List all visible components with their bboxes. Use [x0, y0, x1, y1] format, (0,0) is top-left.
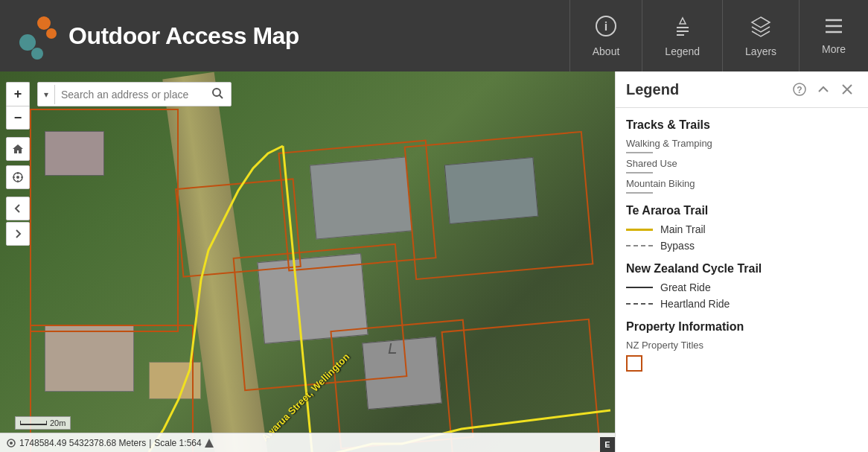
great-ride-label: Great Ride	[660, 281, 711, 293]
boundary-6	[30, 109, 179, 332]
app-header: Outdoor Access Map i About Legend	[0, 0, 868, 71]
logo-dot-1	[37, 16, 51, 30]
mountain-biking-label: Mountain Biking	[626, 178, 858, 189]
zoom-controls: + −	[6, 82, 30, 130]
legend-collapse-button[interactable]	[813, 79, 834, 100]
more-label: More	[822, 43, 846, 55]
nav-more[interactable]: More	[799, 0, 868, 71]
legend-icon	[671, 15, 695, 42]
legend-great-ride: Great Ride	[626, 281, 858, 293]
layers-label: Layers	[745, 45, 776, 57]
home-button[interactable]	[6, 137, 30, 161]
nav-forward-button[interactable]	[6, 222, 30, 246]
svg-point-19	[10, 442, 13, 445]
shared-use-dash	[626, 172, 653, 174]
svg-point-16	[213, 89, 220, 96]
legend-property-box	[626, 355, 858, 372]
main-trail-line	[626, 229, 653, 231]
main-trail-label: Main Trail	[660, 223, 706, 235]
shared-use-label: Shared Use	[626, 158, 858, 169]
heartland-ride-line	[626, 303, 653, 305]
logo-dot-4	[31, 48, 43, 60]
scale-label: 20m	[50, 418, 66, 427]
walking-dash	[626, 152, 653, 153]
svg-text:?: ?	[797, 85, 802, 95]
zoom-in-button[interactable]: +	[6, 82, 30, 106]
legend-close-button[interactable]	[837, 79, 858, 100]
nav-legend[interactable]: Legend	[642, 0, 722, 71]
svg-marker-6	[752, 17, 770, 28]
search-button[interactable]	[204, 83, 231, 106]
search-bar: ▾	[37, 82, 232, 106]
nav-area: i About Legend	[569, 0, 868, 71]
nav-layers[interactable]: Layers	[722, 0, 799, 71]
legend-header: Legend ?	[616, 71, 868, 108]
legend-body: Tracks & Trails Walking & Tramping Share…	[616, 108, 868, 386]
section-title-tracks: Tracks & Trails	[626, 118, 858, 132]
svg-point-11	[16, 176, 19, 179]
svg-line-17	[220, 95, 223, 98]
section-title-property: Property Information	[626, 320, 858, 334]
legend-panel: Legend ? Tracks & Trails Walking & Tramp…	[615, 71, 868, 452]
mountain-biking-dash	[626, 192, 653, 194]
map-cursor[interactable]	[389, 343, 397, 351]
coordinates: 1748584.49 5432378.68 Meters	[19, 438, 146, 448]
bypass-line	[626, 245, 653, 246]
scale-ratio: Scale 1:564	[154, 438, 201, 448]
boundary-2	[404, 131, 594, 280]
more-icon	[823, 16, 845, 40]
svg-marker-20	[205, 439, 214, 448]
coords-display: 1748584.49 5432378.68 Meters | Scale 1:5…	[6, 438, 214, 448]
walking-label: Walking & Tramping	[626, 138, 858, 149]
legend-main-trail: Main Trail	[626, 223, 858, 235]
scale-bar	[20, 421, 47, 425]
about-label: About	[593, 45, 620, 57]
logo-dot-2	[46, 28, 57, 39]
svg-marker-2	[680, 18, 686, 24]
svg-text:i: i	[604, 20, 607, 33]
logo-area: Outdoor Access Map	[0, 13, 314, 58]
location-icon	[6, 438, 16, 448]
layers-icon	[749, 15, 773, 42]
search-input[interactable]	[55, 84, 204, 105]
app-title: Outdoor Access Map	[68, 22, 299, 50]
bypass-label: Bypass	[660, 240, 695, 252]
legend-nav-label: Legend	[665, 45, 700, 57]
great-ride-line	[626, 287, 653, 288]
property-box-icon	[626, 355, 642, 372]
search-dropdown-button[interactable]: ▾	[38, 85, 55, 104]
e-badge: E	[600, 437, 615, 452]
about-icon: i	[595, 15, 617, 42]
nz-property-titles-label: NZ Property Titles	[626, 340, 858, 351]
gps-button[interactable]	[6, 165, 30, 189]
legend-bypass: Bypass	[626, 240, 858, 252]
heartland-ride-label: Heartland Ride	[660, 298, 730, 310]
zoom-out-button[interactable]: −	[6, 106, 30, 130]
section-title-te-araroa: Te Araroa Trail	[626, 204, 858, 217]
scale-text: |	[149, 438, 151, 448]
nav-back-button[interactable]	[6, 197, 30, 220]
boundary-8	[175, 178, 301, 277]
map-controls: + −	[6, 82, 30, 246]
nav-about[interactable]: i About	[569, 0, 642, 71]
legend-help-button[interactable]: ?	[789, 79, 810, 100]
dropdown-arrow: ▾	[44, 89, 48, 100]
logo-dots	[15, 13, 60, 58]
scale-indicator: 20m	[15, 416, 71, 430]
legend-title: Legend	[626, 81, 786, 98]
scale-arrow-icon	[205, 439, 214, 448]
section-title-nz-cycle: New Zealand Cycle Trail	[626, 262, 858, 276]
legend-heartland-ride: Heartland Ride	[626, 298, 858, 310]
